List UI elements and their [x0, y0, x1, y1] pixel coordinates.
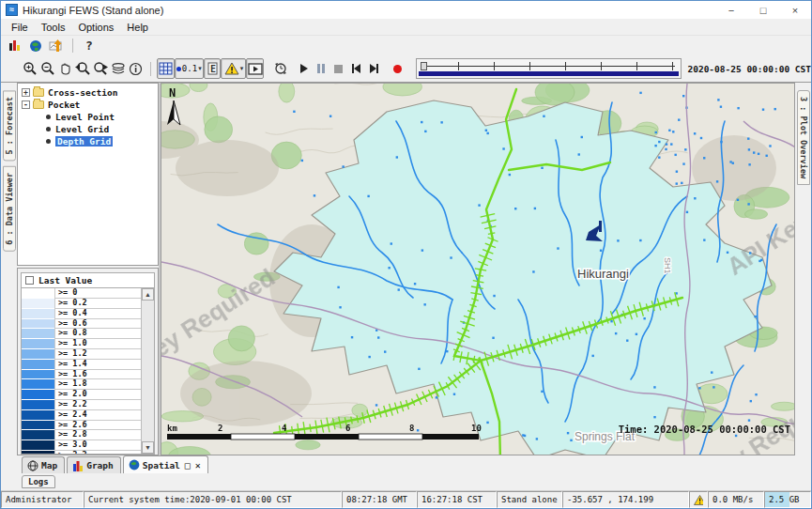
collapse-icon[interactable]: - [22, 100, 30, 109]
globe-icon [129, 459, 140, 470]
map-toolbar: 0.1 ▾ E ▾ 2020-08-25 00:00:00 CST [1, 55, 811, 83]
tab-plot-overview[interactable]: 3 : Plot Overview [797, 90, 810, 185]
time-tick [601, 62, 602, 70]
legend-swatch [22, 390, 54, 400]
interval-value: 0.1 [182, 64, 197, 73]
menu-file[interactable]: File [5, 20, 35, 35]
status-download-speed: 0.0 MB/s [708, 491, 764, 508]
map-view[interactable]: API Key Required API Key Required API Ke… [161, 83, 795, 455]
tree-item-pocket[interactable]: - Pocket [22, 99, 158, 111]
checkbox-icon[interactable] [25, 276, 34, 285]
maximize-button[interactable]: □ [747, 1, 779, 19]
time-slider[interactable] [416, 58, 682, 79]
help-button[interactable]: ? [79, 37, 100, 54]
menu-options[interactable]: Options [71, 20, 120, 35]
zoom-previous-icon[interactable] [74, 58, 92, 79]
tab-data-viewer[interactable]: 6 : Data Viewer [3, 166, 16, 252]
legend-row[interactable]: >= 3.2 [22, 451, 141, 454]
tab-spatial[interactable]: Spatial □ ✕ [123, 455, 208, 473]
layers-icon[interactable] [110, 58, 128, 79]
status-coordinates: -35.657 , 174.199 [562, 491, 689, 508]
zoom-out-icon[interactable] [39, 58, 57, 79]
tab-graph[interactable]: Graph [67, 456, 121, 473]
status-warning-icon[interactable] [689, 491, 708, 508]
current-time-label: 2020-08-25 00:00:00 CST [687, 64, 811, 74]
bar-chart-icon [72, 460, 84, 471]
animation-settings-icon[interactable] [271, 58, 289, 79]
globe-icon[interactable] [25, 37, 46, 54]
stop-button[interactable] [330, 58, 348, 79]
legend-swatch [22, 440, 54, 451]
animation-player-button[interactable] [246, 58, 264, 79]
expand-icon[interactable]: + [22, 88, 30, 97]
status-mode: Stand alone [497, 491, 562, 508]
folder-icon [33, 88, 44, 97]
svg-text:km: km [167, 424, 177, 433]
time-slider-handle[interactable] [421, 62, 427, 70]
legend-swatch [22, 370, 54, 380]
legend-swatch [22, 309, 54, 319]
record-button[interactable] [389, 58, 406, 79]
database-chart-icon[interactable] [5, 37, 25, 54]
legend-swatch [22, 379, 54, 390]
right-tab-strip: 3 : Plot Overview [795, 83, 811, 455]
legend-color-scale: >= 0>= 0.2>= 0.4>= 0.6>= 0.8>= 1.0>= 1.2… [22, 288, 141, 454]
skip-to-end-button[interactable] [365, 58, 383, 79]
legend-swatch [22, 339, 54, 349]
legend-swatch [22, 349, 54, 360]
menu-tools[interactable]: Tools [35, 20, 72, 35]
zoom-next-icon[interactable] [92, 58, 110, 79]
bullet-icon [46, 139, 51, 144]
spatial-display-icon[interactable] [46, 37, 67, 54]
grid-display-button[interactable] [157, 58, 175, 79]
tree-item-level-grid[interactable]: Level Grid [44, 123, 158, 135]
svg-text:4: 4 [282, 424, 287, 433]
tree-item-depth-grid[interactable]: Depth Grid [44, 135, 158, 147]
legend-label: >= 3.2 [54, 451, 141, 454]
pause-button[interactable] [313, 58, 330, 79]
close-button[interactable]: × [779, 1, 811, 19]
skip-to-start-button[interactable] [347, 58, 365, 79]
scroll-up-icon[interactable]: ▲ [142, 288, 154, 301]
legend-swatch [22, 288, 54, 299]
tab-map[interactable]: Map [22, 456, 65, 473]
status-system-time: Current system time:2020-09-01 00:00 CST [84, 491, 342, 508]
time-tick [458, 62, 459, 70]
town-label: Hikurangi [577, 267, 629, 281]
last-value-toggle[interactable]: Last Value [21, 272, 155, 288]
legend-swatch [22, 421, 54, 431]
logs-row: Logs [1, 473, 811, 491]
svg-text:10: 10 [471, 424, 482, 433]
close-panel-icon[interactable]: ✕ [195, 460, 201, 470]
map-canvas[interactable]: API Key Required API Key Required API Ke… [161, 84, 795, 455]
warnings-dropdown[interactable]: ▾ [221, 58, 246, 79]
tree-item-cross-section[interactable]: + Cross-section [22, 86, 158, 99]
tree-item-level-point[interactable]: Level Point [44, 111, 158, 123]
labels-button[interactable]: E [204, 58, 222, 79]
left-tab-strip: 5 : Forecast 6 : Data Viewer [1, 83, 17, 455]
play-button[interactable] [295, 58, 313, 79]
svg-text:N: N [169, 86, 176, 100]
zoom-in-icon[interactable] [22, 58, 39, 79]
tab-logs[interactable]: Logs [22, 475, 55, 488]
minimize-button[interactable]: − [715, 1, 747, 19]
tab-forecast[interactable]: 5 : Forecast [3, 90, 16, 161]
wire-globe-icon [27, 460, 38, 471]
status-memory: 2.5 GB [764, 491, 811, 508]
legend-panel: Last Value >= 0>= 0.2>= 0.4>= 0.6>= 0.8>… [17, 268, 159, 455]
toolbar-separator [150, 62, 151, 76]
main-toolbar: ? [1, 36, 811, 55]
contour-interval-dropdown[interactable]: 0.1 ▾ [175, 58, 204, 79]
maximize-panel-icon[interactable]: □ [185, 460, 191, 470]
pan-hand-icon[interactable] [56, 58, 74, 79]
info-icon[interactable] [127, 58, 145, 79]
legend-swatch [22, 430, 54, 440]
legend-swatch [22, 360, 54, 370]
left-panel: + Cross-section - Pocket Level Point Lev… [17, 83, 161, 455]
menu-help[interactable]: Help [120, 20, 155, 35]
scroll-down-icon[interactable]: ▼ [142, 441, 154, 454]
legend-scrollbar[interactable]: ▲ ▼ [141, 288, 154, 454]
time-tick [565, 62, 566, 70]
title-bar: ≈ Hikurangi FEWS (Stand alone) − □ × [1, 1, 811, 19]
legend-swatch [22, 319, 54, 330]
